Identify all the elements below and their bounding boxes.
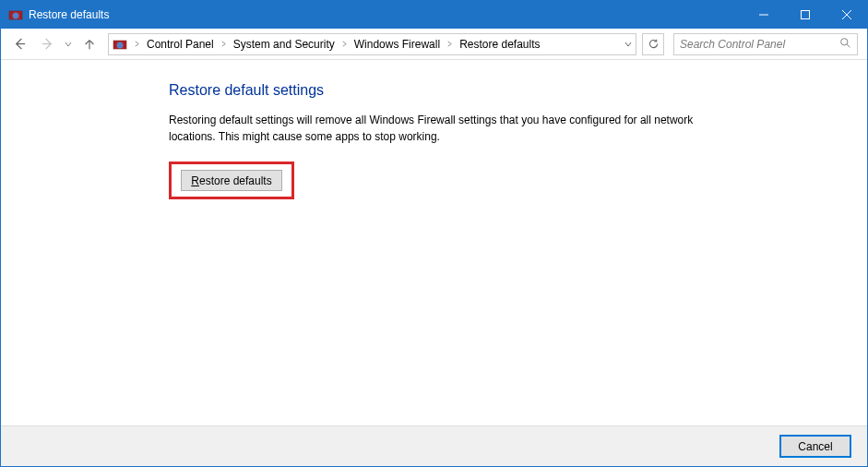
breadcrumb-item[interactable]: Windows Firewall: [351, 38, 444, 51]
mnemonic: R: [191, 174, 199, 187]
cancel-button[interactable]: Cancel: [780, 436, 850, 457]
page-heading: Restore default settings: [169, 82, 867, 99]
chevron-right-icon: [444, 41, 456, 47]
svg-line-20: [847, 44, 850, 47]
chevron-right-icon: [218, 41, 230, 47]
address-dropdown[interactable]: [619, 34, 636, 54]
forward-button[interactable]: [34, 31, 60, 57]
firewall-icon: [8, 7, 23, 22]
svg-point-19: [841, 38, 848, 44]
restore-defaults-button[interactable]: Restore defaults: [181, 170, 282, 191]
history-dropdown[interactable]: [62, 31, 75, 57]
content-area: Restore default settings Restoring defau…: [1, 60, 867, 425]
button-label-suffix: estore defaults: [199, 174, 272, 187]
chevron-right-icon: [339, 41, 351, 47]
svg-point-18: [117, 42, 124, 48]
address-bar[interactable]: Control Panel System and Security Window…: [108, 33, 636, 55]
breadcrumb-item[interactable]: System and Security: [230, 38, 339, 51]
back-button[interactable]: [6, 31, 32, 57]
refresh-button[interactable]: [642, 33, 664, 55]
navbar: Control Panel System and Security Window…: [1, 29, 867, 60]
close-button[interactable]: [826, 1, 867, 29]
firewall-icon: [113, 37, 127, 52]
window-title: Restore defaults: [29, 8, 109, 21]
svg-rect-10: [801, 11, 809, 19]
breadcrumb-item[interactable]: Control Panel: [143, 38, 218, 51]
minimize-button[interactable]: [743, 1, 784, 29]
maximize-button[interactable]: [784, 1, 826, 29]
chevron-right-icon: [131, 41, 143, 47]
titlebar: Restore defaults: [1, 1, 867, 29]
up-button[interactable]: [77, 31, 102, 57]
search-icon: [839, 36, 851, 53]
svg-point-8: [13, 13, 19, 19]
search-box[interactable]: [673, 33, 858, 55]
highlight-annotation: Restore defaults: [169, 162, 294, 199]
breadcrumb-item[interactable]: Restore defaults: [456, 38, 543, 51]
search-input[interactable]: [680, 38, 839, 51]
footer: Cancel: [1, 425, 867, 466]
page-description: Restoring default settings will remove a…: [169, 112, 741, 145]
